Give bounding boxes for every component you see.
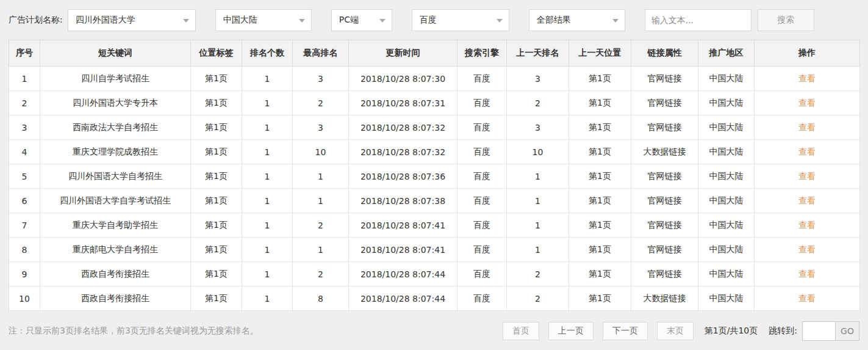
view-link[interactable]: 查看: [798, 147, 816, 156]
first-page-button[interactable]: 首页: [503, 322, 539, 340]
cell-region: 中国大陆: [698, 189, 755, 213]
cell-region: 中国大陆: [698, 140, 755, 164]
go-button[interactable]: GO: [835, 321, 859, 341]
chevron-down-icon: [299, 19, 305, 23]
cell-actions: 查看: [755, 262, 860, 286]
cell-region: 中国大陆: [698, 262, 755, 286]
cell-update-time: 2018/10/28 8:07:38: [349, 189, 457, 213]
cell-position-tag: 第1页: [191, 67, 242, 91]
column-header-update-time: 更新时间: [349, 40, 457, 67]
cell-actions: 查看: [755, 213, 860, 238]
column-header-rank-count: 排名个数: [242, 40, 293, 67]
cell-region: 中国大陆: [698, 91, 755, 115]
footer-bar: 注：只显示前3页排名结果，前3页无排名关键词视为无搜索排名。 首页 上一页 下一…: [0, 311, 868, 341]
table-row: 5四川外国语大学自考招生第1页112018/10/28 8:07:36百度1第1…: [9, 164, 860, 189]
device-select[interactable]: PC端: [331, 9, 392, 31]
cell-index: 5: [9, 164, 40, 189]
view-link[interactable]: 查看: [798, 73, 816, 83]
cell-rank-count: 1: [242, 67, 293, 91]
column-header-region: 推广地区: [698, 40, 755, 67]
cell-actions: 查看: [755, 238, 860, 262]
search-button[interactable]: 搜索: [758, 9, 814, 31]
cell-index: 2: [9, 91, 40, 115]
column-header-link-attr: 链接属性: [631, 40, 698, 67]
cell-prev-rank: 2: [507, 262, 569, 286]
cell-engine: 百度: [457, 213, 507, 238]
pagination: 首页 上一页 下一页 末页 第1页/共10页 跳转到: GO: [493, 321, 859, 341]
view-link[interactable]: 查看: [798, 244, 816, 254]
cell-engine: 百度: [457, 238, 507, 262]
search-input[interactable]: [645, 9, 751, 31]
engine-select[interactable]: 百度: [412, 9, 509, 31]
last-page-button[interactable]: 末页: [657, 322, 694, 340]
cell-keyword: 西政自考衔接招生: [40, 286, 191, 311]
cell-update-time: 2018/10/28 8:07:41: [349, 213, 457, 238]
cell-engine: 百度: [457, 286, 507, 311]
cell-prev-rank: 10: [507, 140, 569, 164]
view-link[interactable]: 查看: [798, 171, 816, 181]
cell-engine: 百度: [457, 115, 507, 140]
table-row: 8重庆邮电大学自考招生第1页112018/10/28 8:07:41百度1第1页…: [9, 238, 860, 262]
cell-rank-count: 1: [242, 262, 293, 286]
plan-select-value: 四川外国语大学: [76, 15, 135, 26]
cell-prev-position: 第1页: [569, 115, 631, 140]
cell-keyword: 重庆邮电大学自考招生: [40, 238, 191, 262]
cell-position-tag: 第1页: [191, 213, 242, 238]
cell-prev-position: 第1页: [569, 189, 631, 213]
cell-link-attr: 官网链接: [631, 262, 698, 286]
cell-position-tag: 第1页: [191, 164, 242, 189]
cell-prev-rank: 2: [507, 286, 569, 311]
table-row: 10西政自考衔接招生第1页182018/10/28 8:07:44百度2第1页大…: [9, 286, 860, 311]
cell-keyword: 重庆大学自考助学招生: [40, 213, 191, 238]
cell-rank-count: 1: [242, 140, 293, 164]
cell-best-rank: 1: [293, 189, 349, 213]
cell-link-attr: 官网链接: [631, 164, 698, 189]
region-select[interactable]: 中国大陆: [215, 9, 312, 31]
cell-prev-position: 第1页: [569, 164, 631, 189]
cell-prev-rank: 3: [507, 67, 569, 91]
cell-index: 6: [9, 189, 40, 213]
cell-actions: 查看: [755, 189, 860, 213]
next-page-button[interactable]: 下一页: [603, 322, 648, 340]
column-header-actions: 操作: [755, 40, 860, 67]
jump-page-input[interactable]: [802, 321, 836, 341]
view-link[interactable]: 查看: [798, 195, 816, 205]
plan-select[interactable]: 四川外国语大学: [68, 9, 196, 31]
cell-link-attr: 官网链接: [631, 91, 698, 115]
view-link[interactable]: 查看: [798, 122, 816, 132]
view-link[interactable]: 查看: [798, 98, 816, 108]
cell-region: 中国大陆: [698, 286, 755, 311]
cell-keyword: 四川自学考试招生: [40, 67, 191, 91]
table-row: 9西政自考衔接招生第1页122018/10/28 8:07:44百度2第1页官网…: [9, 262, 860, 286]
cell-best-rank: 2: [293, 262, 349, 286]
column-header-position-tag: 位置标签: [191, 40, 242, 67]
cell-update-time: 2018/10/28 8:07:44: [349, 286, 457, 311]
table-row: 4重庆文理学院成教招生第1页1102018/10/28 8:07:32百度10第…: [9, 140, 860, 164]
cell-index: 9: [9, 262, 40, 286]
table-row: 2四川外国语大学专升本第1页122018/10/28 8:07:31百度2第1页…: [9, 91, 860, 115]
view-link[interactable]: 查看: [798, 269, 816, 279]
cell-prev-position: 第1页: [569, 140, 631, 164]
cell-rank-count: 1: [242, 91, 293, 115]
cell-region: 中国大陆: [698, 213, 755, 238]
chevron-down-icon: [497, 19, 503, 23]
page-info: 第1页/共10页: [705, 326, 758, 337]
cell-best-rank: 10: [293, 140, 349, 164]
cell-update-time: 2018/10/28 8:07:36: [349, 164, 457, 189]
cell-link-attr: 官网链接: [631, 213, 698, 238]
cell-engine: 百度: [457, 164, 507, 189]
cell-position-tag: 第1页: [191, 262, 242, 286]
cell-best-rank: 2: [293, 213, 349, 238]
cell-rank-count: 1: [242, 213, 293, 238]
view-link[interactable]: 查看: [798, 293, 816, 303]
cell-link-attr: 官网链接: [631, 238, 698, 262]
cell-rank-count: 1: [242, 115, 293, 140]
view-link[interactable]: 查看: [798, 220, 816, 230]
cell-index: 4: [9, 140, 40, 164]
cell-actions: 查看: [755, 140, 860, 164]
cell-rank-count: 1: [242, 286, 293, 311]
engine-select-value: 百度: [420, 15, 437, 26]
keyword-rank-table: 序号 短关键词 位置标签 排名个数 最高排名 更新时间 搜索引擎 上一天排名 上…: [9, 40, 860, 311]
prev-page-button[interactable]: 上一页: [548, 322, 594, 340]
result-type-select[interactable]: 全部结果: [529, 9, 625, 31]
